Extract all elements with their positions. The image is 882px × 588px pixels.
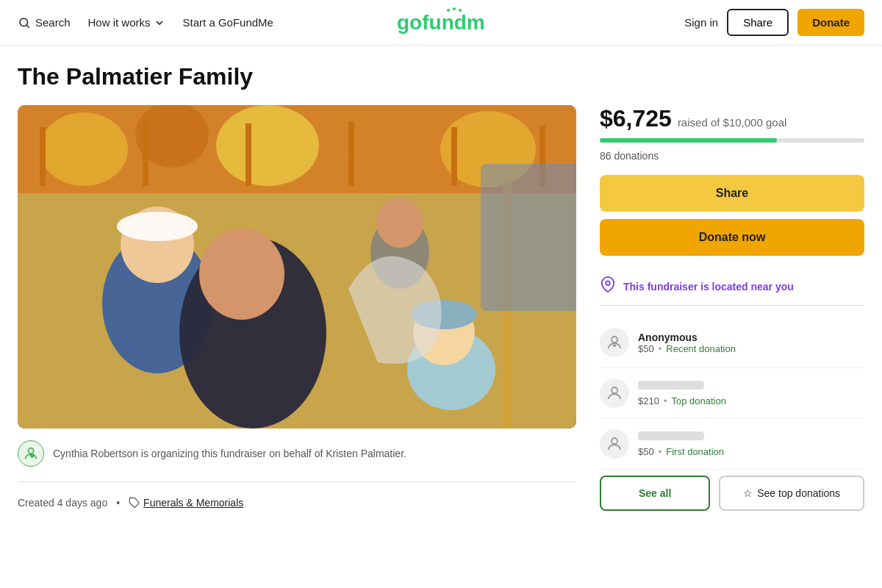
chevron-down-icon [154,17,165,29]
category-tag: Funerals & Memorials [129,497,243,509]
organizer-icon [18,440,44,467]
donor-info-3: $50 • First donation [638,431,864,457]
svg-rect-13 [40,127,46,186]
donor-avatar-2 [600,379,629,408]
amount-row: $6,725 raised of $10,000 goal [600,105,864,132]
person-icon-1 [606,334,623,351]
svg-point-5 [459,9,462,12]
svg-rect-17 [451,127,457,186]
amount-raised: $6,725 [600,105,672,132]
search-icon [18,16,31,29]
location-icon [600,276,616,296]
share-main-button[interactable]: Share [600,175,864,212]
created-text: Created 4 days ago [18,497,107,509]
donor-name-blurred-3 [638,431,704,440]
donation-tag-3[interactable]: First donation [666,446,724,457]
see-top-label: See top donations [757,487,840,499]
person-heart-icon [23,445,39,462]
star-icon: ☆ [743,487,753,499]
donor-meta-3: $50 • First donation [638,446,864,457]
donor-amount-3: $50 [638,446,654,457]
donation-item-3: $50 • First donation [600,419,864,470]
svg-point-25 [376,198,423,248]
svg-point-34 [612,337,617,343]
navbar: Search How it works Start a GoFundMe gof… [0,0,882,46]
donor-amount-1: $50 [638,343,654,354]
right-column: $6,725 raised of $10,000 goal 86 donatio… [600,105,864,511]
bottom-buttons: See all ☆ See top donations [600,476,864,511]
svg-text:gofundme: gofundme [397,11,485,34]
goal-text: raised of $10,000 goal [678,116,786,129]
content-layout: Cynthia Robertson is organizing this fun… [18,105,864,520]
dot-separator: • [116,497,120,509]
progress-bar-container [600,138,864,143]
svg-point-4 [453,7,456,10]
svg-point-3 [447,9,450,12]
left-column: Cynthia Robertson is organizing this fun… [18,105,576,520]
donate-now-button[interactable]: Donate now [600,219,864,256]
donation-item-1: Anonymous $50 • Recent donation [600,318,864,368]
donor-info-2: $210 • Top donation [638,381,864,406]
donate-nav-button[interactable]: Donate [797,9,864,36]
svg-line-1 [26,25,29,27]
location-text: This fundraiser is located near you [623,281,794,293]
donation-tag-2[interactable]: Top donation [671,395,725,406]
organizer-text: Cynthia Robertson is organizing this fun… [53,448,406,459]
map-pin-icon [600,276,616,293]
organizer-bar: Cynthia Robertson is organizing this fun… [18,429,576,478]
gofundme-logo: gofundme [397,7,485,38]
svg-rect-30 [481,164,576,311]
location-bar: This fundraiser is located near you [600,268,864,306]
category-link[interactable]: Funerals & Memorials [143,497,243,509]
svg-point-10 [216,105,319,186]
donor-info-1: Anonymous $50 • Recent donation [638,331,864,354]
svg-rect-14 [143,120,148,186]
donor-name-1: Anonymous [638,331,864,343]
svg-point-0 [20,18,28,26]
meta-bar: Created 4 days ago • Funerals & Memorial… [18,485,576,520]
progress-bar-fill [600,138,777,143]
how-it-works-button[interactable]: How it works [88,16,165,29]
svg-rect-15 [245,123,251,186]
photo-background [18,105,576,429]
see-all-button[interactable]: See all [600,476,710,511]
tag-icon [129,497,140,509]
svg-rect-16 [348,121,354,186]
donation-tag-1[interactable]: Recent donation [666,343,736,354]
svg-point-36 [612,438,617,444]
person-icon-2 [606,384,623,402]
navbar-left: Search How it works Start a GoFundMe [18,16,273,29]
page-title: The Palmatier Family [18,63,864,90]
main-container: The Palmatier Family [0,46,882,520]
svg-point-33 [606,281,610,285]
donor-meta-2: $210 • Top donation [638,395,864,406]
svg-point-31 [28,448,33,453]
donor-meta-1: $50 • Recent donation [638,343,864,354]
photo-illustration [18,105,576,429]
svg-point-23 [199,229,284,320]
divider-1 [18,481,576,482]
donor-amount-2: $210 [638,395,659,406]
donations-count: 86 donations [600,150,864,162]
fundraiser-photo [18,105,576,429]
svg-point-8 [40,112,128,186]
svg-point-35 [612,387,617,393]
person-icon-3 [606,435,623,453]
donor-avatar-3 [600,429,629,459]
start-gofundme-link[interactable]: Start a GoFundMe [183,16,273,29]
share-nav-button[interactable]: Share [727,9,789,36]
navbar-right: Sign in Share Donate [684,9,864,36]
donor-avatar-1 [600,328,629,357]
donor-name-blurred-2 [638,381,704,390]
see-top-donations-button[interactable]: ☆ See top donations [719,476,864,511]
svg-point-21 [117,212,198,241]
sign-in-button[interactable]: Sign in [684,16,718,29]
donation-item-2: $210 • Top donation [600,368,864,419]
search-button[interactable]: Search [18,16,71,29]
